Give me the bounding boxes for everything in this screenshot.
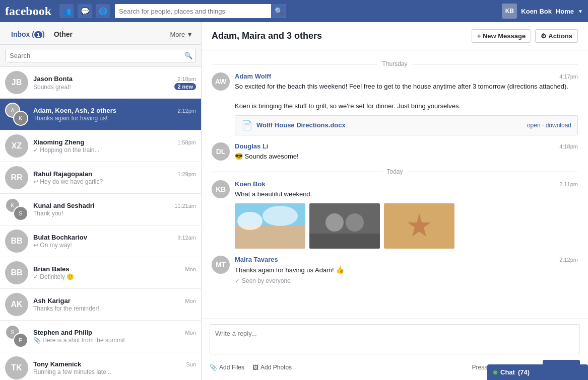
chat-header: Adam, Maira and 3 others + New Message ⚙…	[202, 22, 588, 50]
sender-name: Maira Tavares	[235, 256, 278, 263]
avatar: BB	[5, 261, 28, 284]
sender-name: Jason Bonta	[33, 75, 73, 83]
notifications-icon[interactable]: 🌐	[96, 4, 110, 18]
global-search-button[interactable]: 🔍	[271, 4, 286, 18]
message-time: 2:18pm	[177, 76, 196, 82]
reply-textarea[interactable]	[210, 324, 580, 354]
list-item[interactable]: TK Tony Kamenick Sun Running a few minut…	[0, 352, 201, 380]
inbox-badge: 1	[34, 31, 42, 38]
message-preview: Thanks again for having us!	[33, 115, 107, 122]
message-body: Maira Tavares 2:12pm Thanks again for ha…	[235, 256, 578, 284]
doc-icon: 📄	[241, 120, 252, 131]
svg-point-3	[263, 206, 298, 226]
sender-name: Bulat Bochkariov	[33, 234, 87, 241]
svg-rect-7	[309, 234, 380, 249]
message-text: What a beautiful weekend.	[235, 189, 578, 199]
message-text: Thanks again for having us Adam! 👍	[235, 265, 578, 275]
message-search-input[interactable]	[6, 49, 181, 62]
avatar: BB	[5, 230, 28, 253]
actions-button[interactable]: ⚙ Actions	[535, 29, 578, 43]
photo-thumbnail[interactable]	[384, 203, 454, 249]
message-content: Rahul Rajagopalan 1:29pm ↩ Hey do we hav…	[33, 170, 196, 185]
table-row: MT Maira Tavares 2:12pm Thanks again for…	[212, 256, 578, 284]
message-time: 4:17pm	[559, 73, 578, 80]
avatar: XZ	[5, 134, 28, 158]
svg-point-6	[346, 213, 364, 232]
message-time: Sun	[186, 361, 196, 367]
message-content: Kunal and Seshadri 11:21am Thank you!	[33, 202, 196, 217]
photo-thumbnail[interactable]	[235, 203, 305, 249]
list-item[interactable]: A K Adam, Koen, Ash, 2 others 2:12pm Tha…	[0, 99, 201, 130]
avatar-wrap: JB	[5, 71, 28, 94]
sidebar-header: Inbox (1) Other More ▼	[0, 22, 201, 45]
home-dropdown-icon[interactable]: ▼	[578, 9, 583, 14]
list-item[interactable]: S P Stephen and Philip Mon 📎 Here is a s…	[0, 321, 201, 352]
svg-point-2	[237, 212, 263, 230]
message-content: Brian Bales Mon ✓ Definitely 🙂	[33, 265, 196, 280]
message-preview: Sounds great!	[33, 84, 71, 91]
list-item[interactable]: AK Ash Karigar Mon Thanks for the remind…	[0, 289, 201, 321]
list-item[interactable]: BB Bulat Bochkariov 9:12am ↩ On my way!	[0, 225, 201, 257]
list-item[interactable]: K S Kunal and Seshadri 11:21am Thank you…	[0, 194, 201, 225]
chat-area: Adam, Maira and 3 others + New Message ⚙…	[202, 22, 588, 380]
messages-icon[interactable]: 💬	[78, 4, 92, 18]
message-content: Ash Karigar Mon Thanks for the reminder!	[33, 297, 196, 312]
open-link[interactable]: open	[527, 122, 541, 129]
nav-icon-group: 👥 💬 🌐	[59, 4, 110, 18]
tab-inbox[interactable]: Inbox (1)	[8, 28, 48, 40]
seen-by-text: Seen by everyone	[242, 277, 291, 284]
facebook-logo: facebook	[5, 5, 51, 18]
list-item[interactable]: XZ Xiaoming Zheng 1:58pm ✓ Hopping on th…	[0, 130, 201, 162]
message-preview: Running a few minutes late...	[33, 368, 111, 375]
user-area: KB Koen Bok Home ▼	[502, 4, 583, 19]
message-body: Douglas Li 4:18pm 😎 Sounds awesome!	[235, 142, 578, 162]
table-row: AW Adam Wolff 4:17pm So excited for the …	[212, 72, 578, 135]
message-text: So excited for the beach this weekend! F…	[235, 82, 578, 111]
avatar-wrap: XZ	[5, 134, 28, 158]
add-photos-button[interactable]: 🖼 Add Photos	[252, 364, 292, 371]
seen-indicator: ✓ Seen by everyone	[235, 277, 578, 284]
main-layout: Inbox (1) Other More ▼ 🔍 JB	[0, 22, 588, 380]
new-message-button[interactable]: + New Message	[472, 29, 531, 43]
sender-name: Koen Bok	[235, 180, 266, 188]
list-item[interactable]: JB Jason Bonta 2:18pm Sounds great! 2 ne…	[0, 67, 201, 99]
avatar: AW	[212, 72, 230, 91]
message-time: 1:58pm	[177, 139, 196, 145]
photo-thumbnail[interactable]	[309, 203, 380, 249]
message-content: Bulat Bochkariov 9:12am ↩ On my way!	[33, 234, 196, 249]
avatar[interactable]: KB	[502, 4, 517, 19]
message-time: Mon	[185, 266, 196, 272]
avatar-wrap: S P	[5, 325, 28, 348]
avatar: K	[13, 111, 28, 126]
global-search-input[interactable]	[115, 4, 271, 18]
tab-other[interactable]: Other	[51, 28, 76, 40]
list-item[interactable]: RR Rahul Rajagopalan 1:29pm ↩ Hey do we …	[0, 162, 201, 194]
online-indicator	[493, 370, 497, 374]
message-preview: 📎 Here is a shot from the summit	[33, 337, 125, 344]
avatar: KB	[212, 180, 230, 198]
top-navigation: facebook 👥 💬 🌐 🔍 KB Koen Bok Home ▼	[0, 0, 588, 22]
message-body: Adam Wolff 4:17pm So excited for the bea…	[235, 72, 578, 135]
home-btn[interactable]: Home	[556, 8, 574, 15]
attachment-name[interactable]: Wolff House Directions.docx	[256, 121, 346, 129]
add-files-button[interactable]: 📎 Add Files	[210, 364, 244, 371]
list-item[interactable]: BB Brian Bales Mon ✓ Definitely 🙂	[0, 257, 201, 289]
message-preview: ↩ On my way!	[33, 242, 72, 249]
sender-name: Rahul Rajagopalan	[33, 170, 92, 178]
attachment-box: 📄 Wolff House Directions.docx open · dow…	[235, 115, 578, 135]
avatar: JB	[5, 71, 28, 94]
group-avatar: A K	[5, 103, 28, 126]
chat-messages: Thursday AW Adam Wolff 4:17pm So excited…	[202, 50, 588, 319]
friends-icon[interactable]: 👥	[59, 4, 74, 18]
message-search-button[interactable]: 🔍	[181, 50, 195, 61]
more-button[interactable]: More ▼	[170, 31, 193, 38]
chat-widget[interactable]: Chat (74)	[487, 364, 588, 380]
message-time: 11:21am	[174, 203, 196, 209]
message-time: Mon	[185, 298, 196, 304]
user-name[interactable]: Koen Bok	[521, 8, 552, 15]
message-preview: ✓ Definitely 🙂	[33, 273, 74, 280]
table-row: KB Koen Bok 2.11pm What a beautiful week…	[212, 180, 578, 249]
avatar-wrap: BB	[5, 261, 28, 284]
avatar: AK	[5, 293, 28, 316]
download-link[interactable]: download	[546, 122, 571, 129]
